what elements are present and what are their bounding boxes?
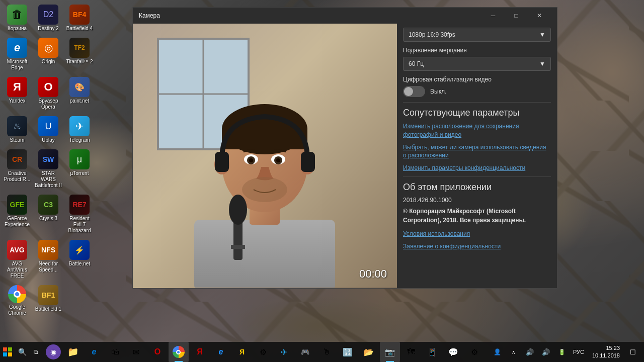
icon-titanfall[interactable]: TF2 Titanfall™ 2 [65,36,94,73]
taskbar-mail[interactable]: ✉ [126,342,146,362]
resolution-value: 1080р 16:9 30fps [409,31,455,38]
icon-starwars-label: STAR WARS Battlefront II [35,170,62,189]
app-copyright: © Корпорация Майкрософт (Microsoft Corpo… [403,207,551,225]
icon-yandex-label: Yandex [9,98,25,104]
icon-starwars[interactable]: SW STAR WARS Battlefront II [34,147,63,191]
taskbar-pinned-apps: ◉ 📁 e 🛍 ✉ O [43,342,487,362]
avg-icon: AVG [7,240,27,260]
icon-chrome[interactable]: Google Chrome [3,283,32,318]
taskbar-phone[interactable]: 📱 [422,342,442,362]
taskbar-maps[interactable]: 🗺 [401,342,421,362]
taskbar-calculator[interactable]: 🔢 [338,342,358,362]
desktop-icons-area: 🗑 Корзина D2 Destiny 2 BF4 Battlefield 4… [3,3,103,318]
icon-avg[interactable]: AVG AVG AntiVirus FREE [3,238,32,281]
calculator-icon: 🔢 [343,347,353,357]
taskbar-gear[interactable]: ⚙ [464,342,485,362]
search-icon: 🔍 [18,348,27,356]
minimize-button[interactable]: ─ [481,8,505,24]
search-button[interactable]: 🔍 [16,342,29,362]
privacy-settings-link[interactable]: Изменить параметры конфиденциальности [403,164,551,172]
icon-steam[interactable]: ♨ Steam [3,114,32,145]
icon-bf4[interactable]: BF4 Battlefield 4 [65,3,94,34]
taskbar-chrome[interactable] [169,342,189,362]
icon-crysis-label: Crysis 3 [39,216,57,222]
icon-edge[interactable]: e Microsoft Edge [3,36,32,73]
taskbar-edge[interactable]: e [84,342,104,362]
icon-resident-label: Resident Evil 7 Biohazard [66,216,93,234]
taskbar-telegram[interactable]: ✈ [274,342,294,362]
icon-opera[interactable]: O Spyasep Opera [34,75,63,112]
taskbar-cortana[interactable]: ◉ [46,344,61,359]
taskbar-file-explorer[interactable]: 📁 [63,342,83,362]
taskbar-store[interactable]: 🛍 [105,342,125,362]
icon-chrome-label: Google Chrome [4,304,31,316]
taskbar-settings[interactable]: ⚙ [253,342,273,362]
stabilization-label: Цифровая стабилизация видео [403,76,551,83]
icon-geforce[interactable]: GFE GeForce Experience [3,193,32,236]
icon-resident[interactable]: RE7 Resident Evil 7 Biohazard [65,193,94,236]
icon-battle[interactable]: ⚡ Battle.net [65,238,94,281]
yandex2-icon: Я [239,348,245,356]
telegram-tb-icon: ✈ [281,347,287,357]
icon-destiny2[interactable]: D2 Destiny 2 [34,3,63,34]
taskbar-whatsapp[interactable]: 💬 [443,342,463,362]
taskbar-action-center-icon[interactable]: ☐ [626,342,640,362]
stabilization-toggle[interactable] [403,86,425,97]
icon-telegram[interactable]: ✈ Telegram [65,114,94,145]
taskbar-camera[interactable]: 📷 [380,342,400,362]
taskbar-system-tray: 👤 ∧ 🔊 🔊 🔋 РУС 15:23 10.11.2018 ☐ [487,342,644,362]
divider-1 [403,102,551,103]
icon-utorrent-label: µTorrent [70,170,89,176]
taskbar-chevron-icon[interactable]: ∧ [507,342,521,362]
icon-yandex[interactable]: Я Yandex [3,75,32,112]
taskbar-clock[interactable]: 15:23 10.11.2018 [588,344,624,360]
maximize-button[interactable]: □ [505,8,528,24]
taskbar-yandex[interactable]: Я [190,342,210,362]
icon-crysis[interactable]: C3 Crysis 3 [34,193,63,236]
taskbar-volume-icon[interactable]: 🔊 [539,342,553,362]
icon-creative-label: Creative Product R... [4,170,31,183]
flicker-dropdown[interactable]: 60 Гц ▼ [403,57,551,71]
task-view-button[interactable]: ⧉ [29,342,43,362]
icon-bf1[interactable]: BF1 Battlefield 1 [34,283,63,318]
svg-rect-10 [222,129,307,149]
taskbar-mouse-pointer[interactable]: 🖱 [316,342,337,362]
taskbar-folder[interactable]: 📂 [359,342,379,362]
taskbar-battery-icon[interactable]: 🔋 [555,342,569,362]
icon-row-5: CR Creative Product R... SW STAR WARS Ba… [3,147,103,191]
icon-paintnet[interactable]: 🎨 paint.net [65,75,94,112]
file-explorer-icon: 📁 [67,346,78,357]
camera-tb-icon: 📷 [385,347,395,357]
icon-nfs[interactable]: NFS Need for Speed... [34,238,63,281]
taskbar-ie[interactable]: e [211,342,231,362]
window-controls: ─ □ ✕ [481,8,551,24]
companion-params-title: Сопутствующие параметры [403,108,551,118]
person-svg [133,24,397,288]
terms-link[interactable]: Условия использования [403,230,551,238]
icon-creative[interactable]: CR Creative Product R... [3,147,32,191]
resolution-dropdown[interactable]: 1080р 16:9 30fps ▼ [403,28,551,42]
save-location-link[interactable]: Изменить расположение для сохранения фот… [403,122,551,139]
windows-logo-icon [3,347,12,356]
taskbar-opera[interactable]: O [147,342,168,362]
location-access-link[interactable]: Выбрать, может ли камера использовать св… [403,143,551,160]
privacy-policy-link[interactable]: Заявление о конфиденциальности [403,242,551,251]
taskbar-network-icon[interactable]: 🔊 [523,342,537,362]
opera-icon: O [38,77,58,97]
close-button[interactable]: ✕ [528,8,551,24]
svg-point-23 [229,195,247,225]
recycle-icon: 🗑 [7,5,27,25]
icon-origin[interactable]: ◎ Origin [34,36,63,73]
taskbar-language[interactable]: РУС [571,349,586,355]
whatsapp-icon: 💬 [448,347,458,357]
camera-viewport: 00:00 [133,24,397,288]
start-button[interactable] [0,342,16,362]
stabilization-value: Выкл. [430,88,446,95]
app-version: 2018.426.90.1000 [403,197,551,204]
taskbar-discord[interactable]: 🎮 [295,342,315,362]
icon-utorrent[interactable]: μ µTorrent [65,147,94,191]
icon-uplay[interactable]: U Uplay [34,114,63,145]
taskbar-people-icon[interactable]: 👤 [491,342,505,362]
icon-recycle[interactable]: 🗑 Корзина [3,3,32,34]
taskbar-yandex2[interactable]: Я [232,342,252,362]
